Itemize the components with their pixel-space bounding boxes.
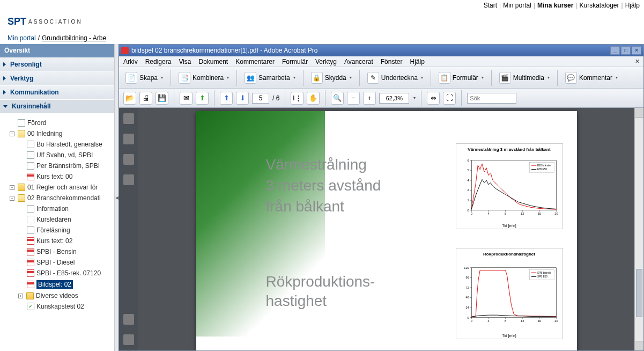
menu-formular[interactable]: Formulär [282,58,308,65]
splitter[interactable]: ◀ [115,44,119,351]
vertical-scrollbar[interactable] [634,108,643,350]
scrollbar-thumb[interactable] [636,269,642,317]
tb-kommentar[interactable]: 💬Kommentar▾ [563,71,620,85]
media-icon: 🎬 [499,72,511,84]
tree-02-kursledaren[interactable]: Kursledaren [3,214,114,225]
acrobat-toolbar-2: 📂 🖨 💾 ✉ ⬆ ⬆ ⬇ / 6 I⋮ ✋ 🔍 − + ▾ ⇔ ⛶ [119,89,643,108]
page-up-icon[interactable]: ⬆ [220,92,233,105]
tree-02-bensin[interactable]: SPBI - Bensin [3,246,114,257]
tb-skydda[interactable]: 🔒Skydda▾ [309,71,354,85]
zoom-in-icon[interactable]: + [363,92,376,105]
tree-02-diesel[interactable]: SPBI - Diesel [3,257,114,268]
topnav-minportal[interactable]: Min portal [503,2,531,9]
slide-heading-2: Rökproduktions- hastighet [266,272,375,311]
pages-panel-icon[interactable] [123,113,134,124]
menu-kommentarer[interactable]: Kommentarer [235,58,275,65]
tree-00-c[interactable]: Per Brännström, SPBI [3,160,114,171]
tree-01[interactable]: +01 Regler och ansvar för [3,182,114,193]
bookmarks-panel-icon[interactable] [123,134,134,144]
menu-avancerat[interactable]: Avancerat [344,58,373,65]
breadcrumb-root[interactable]: Min portal [8,34,36,42]
pdf-viewport[interactable]: Värmestrålning 3 meters avstånd från bål… [138,108,634,350]
svg-text:4: 4 [487,212,489,215]
menu-arkiv[interactable]: Arkiv [123,58,138,65]
menu-redigera[interactable]: Redigera [145,58,172,65]
svg-text:E85 E50: E85 E50 [537,168,547,171]
search-input[interactable] [467,93,516,104]
upload-icon[interactable]: ⬆ [196,92,209,105]
signatures-panel-icon[interactable] [123,174,134,185]
tb-multimedia[interactable]: 🎬Multimedia▾ [497,71,552,85]
topnav-hjalp[interactable]: Hjälp [625,2,640,9]
pdf-page: Värmestrålning 3 meters avstånd från bål… [196,111,577,350]
tree-02-test[interactable]: Kunskapstest 02 [3,301,114,312]
sidebar: Översikt Personligt Verktyg Kommunikatio… [0,44,115,351]
tree-00[interactable]: −00 Inledning [3,128,114,139]
tree-00-a[interactable]: Bo Härstedt, generalse [3,139,114,150]
sidebar-kursinnehall[interactable]: Kursinnehåll [0,99,114,113]
select-tool-icon[interactable]: I⋮ [291,92,304,105]
svg-text:12: 12 [521,212,524,215]
menu-hjalp[interactable]: Hjälp [410,58,424,65]
menu-visa[interactable]: Visa [179,58,191,65]
acrobat-titlebar[interactable]: bildspel 02 branschrekommendationer[1].p… [119,45,643,56]
tree-00-b[interactable]: Ulf Svahn, vd, SPBI [3,150,114,160]
breadcrumb: Min portal / Grundutbildning - Arbe [0,32,644,44]
page-input[interactable] [252,93,269,104]
window-close-button[interactable]: ✕ [632,46,641,55]
tb-underteckna[interactable]: ✎Underteckna▾ [365,71,425,85]
svg-text:72: 72 [465,286,469,289]
attachments-panel-icon[interactable] [123,334,134,345]
save-icon[interactable]: 💾 [156,92,168,105]
print-icon[interactable]: 🖨 [139,92,152,105]
sidebar-verktyg[interactable]: Verktyg [0,71,114,85]
tree-02-forelasning[interactable]: Föreläsning [3,225,114,236]
fit-width-icon[interactable]: ⇔ [427,92,440,105]
window-maximize-button[interactable]: □ [621,46,631,55]
tree-02-videos[interactable]: +Diverse videos [3,290,114,301]
svg-text:0: 0 [467,209,469,212]
svg-text:16: 16 [537,319,541,323]
sidebar-personligt[interactable]: Personligt [0,57,114,71]
tree-00-d[interactable]: Kurs text: 00 [3,171,114,182]
comment-icon: 💬 [565,72,577,84]
zoom-tool-icon[interactable]: 🔍 [331,92,344,105]
tree-02[interactable]: −02 Branschrekommendati [3,193,114,203]
sidebar-kommunikation[interactable]: Kommunikation [0,85,114,99]
doc-close-button[interactable]: ✕ [633,57,641,66]
tree-forord[interactable]: Förord [3,118,114,128]
topnav-minakurser[interactable]: Mina kurser [537,2,573,9]
topnav-start[interactable]: Start [484,2,497,9]
tb-kombinera[interactable]: 📑Kombinera▾ [176,71,231,85]
sidebar-head[interactable]: Översikt [0,44,114,57]
hand-tool-icon[interactable]: ✋ [307,92,320,105]
tree-02-text[interactable]: Kurs text: 02 [3,236,114,246]
tree-02-info[interactable]: Information [3,203,114,214]
page-count: / 6 [272,94,279,102]
tree-02-bildspel[interactable]: Bildspel: 02 [3,279,114,290]
menu-dokument[interactable]: Dokument [199,58,228,65]
window-minimize-button[interactable]: _ [610,46,620,55]
course-tree: Förord −00 Inledning Bo Härstedt, genera… [0,113,114,312]
tree-02-e85[interactable]: SPBI - E85-rek. 07120 [3,268,114,279]
svg-text:20: 20 [554,212,558,215]
slide-heading-1: Värmestrålning 3 meters avstånd från bål… [266,154,381,217]
top-nav: Start| Min portal| Mina kurser| Kurskata… [0,0,644,11]
menu-fonster[interactable]: Fönster [381,58,403,65]
tb-samarbeta[interactable]: 👥Samarbeta▾ [242,71,298,85]
zoom-out-icon[interactable]: − [347,92,360,105]
email-icon[interactable]: ✉ [180,92,193,105]
topnav-kurskataloger[interactable]: Kurskataloger [579,2,619,9]
open-icon[interactable]: 📂 [123,92,136,105]
breadcrumb-leaf[interactable]: Grundutbildning - Arbe [42,34,106,42]
svg-text:0: 0 [467,316,469,319]
lock-icon: 🔒 [311,72,323,84]
fit-page-icon[interactable]: ⛶ [443,92,456,105]
page-down-icon[interactable]: ⬇ [236,92,249,105]
tb-skapa[interactable]: 📄Skapa▾ [123,71,165,85]
zoom-input[interactable] [379,93,409,104]
tb-formular[interactable]: 📋Formulär▾ [436,71,486,85]
comments-panel-icon[interactable] [123,314,134,325]
menu-verktyg[interactable]: Verktyg [315,58,337,65]
layers-panel-icon[interactable] [123,154,134,165]
